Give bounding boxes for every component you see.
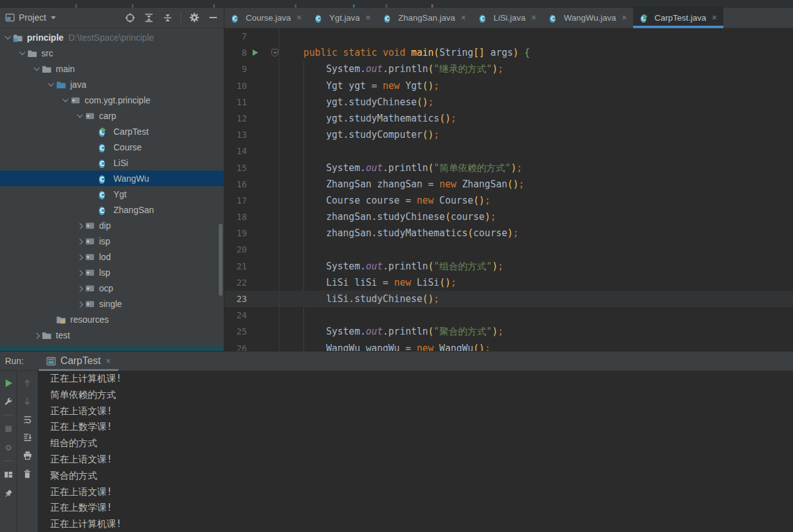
line-number[interactable]: 22 bbox=[224, 274, 247, 291]
line-number[interactable]: 10 bbox=[224, 78, 247, 94]
tree-item-lod[interactable]: lod bbox=[0, 249, 224, 264]
code-line-25[interactable]: 25 System.out.println("聚合的方式"); bbox=[224, 323, 793, 340]
settings-wrench-button[interactable] bbox=[3, 396, 14, 407]
run-console-output[interactable]: 正在上计算机课!简单依赖的方式正在上语文课!正在上数学课!组合的方式正在上语文课… bbox=[38, 371, 793, 532]
line-number[interactable]: 14 bbox=[224, 143, 247, 159]
tree-item-course[interactable]: CCourse bbox=[0, 139, 224, 155]
line-number[interactable]: 26 bbox=[224, 340, 247, 351]
gutter[interactable]: 21 bbox=[224, 258, 280, 274]
code-line-26[interactable]: 26 WangWu wangWu = new WangWu(); bbox=[224, 340, 793, 351]
code-line-19[interactable]: 19 zhangSan.studyMathematics(course); bbox=[224, 225, 793, 241]
gutter[interactable]: 18 bbox=[224, 209, 280, 225]
gutter[interactable]: 11 bbox=[224, 94, 280, 110]
tool-window-icon[interactable] bbox=[5, 13, 15, 23]
gutter[interactable]: 10 bbox=[224, 78, 280, 94]
chevron-right-icon[interactable] bbox=[75, 299, 85, 309]
tree-item-lisi[interactable]: CLiSi bbox=[0, 155, 224, 170]
expand-all-button[interactable] bbox=[143, 13, 154, 23]
line-number[interactable]: 7 bbox=[224, 28, 247, 44]
chevron-right-icon[interactable] bbox=[31, 330, 41, 340]
close-icon[interactable]: × bbox=[531, 13, 536, 23]
line-number[interactable]: 18 bbox=[224, 209, 247, 225]
locate-button[interactable] bbox=[124, 13, 135, 23]
tree-item-resources[interactable]: resources bbox=[0, 311, 224, 327]
line-number[interactable]: 24 bbox=[224, 307, 247, 323]
line-number[interactable]: 15 bbox=[224, 160, 247, 176]
close-icon[interactable]: × bbox=[622, 13, 627, 23]
gutter[interactable]: 23 bbox=[224, 291, 280, 307]
code-line-8[interactable]: 8 public static void main(String[] args)… bbox=[224, 44, 793, 61]
code-editor[interactable]: 78 public static void main(String[] args… bbox=[224, 28, 793, 351]
line-number[interactable]: 20 bbox=[224, 241, 247, 258]
code-line-10[interactable]: 10 Ygt ygt = new Ygt(); bbox=[224, 78, 793, 94]
run-tab-carptest[interactable]: CarpTest × bbox=[39, 352, 118, 370]
settings-gear-icon[interactable] bbox=[189, 13, 200, 23]
rerun-button[interactable] bbox=[3, 377, 14, 389]
gutter[interactable]: 24 bbox=[224, 307, 280, 323]
tree-item-java[interactable]: java bbox=[0, 76, 224, 92]
line-number[interactable]: 13 bbox=[224, 127, 247, 143]
editor-tab-zhangsan-java[interactable]: CZhangSan.java× bbox=[377, 8, 472, 28]
editor-tab-course-java[interactable]: CCourse.java× bbox=[224, 8, 308, 28]
chevron-right-icon[interactable] bbox=[75, 236, 85, 246]
close-icon[interactable]: × bbox=[461, 13, 466, 23]
code-line-16[interactable]: 16 ZhangSan zhangSan = new ZhangSan(); bbox=[224, 176, 793, 192]
fold-icon[interactable] bbox=[271, 49, 278, 56]
tree-item-main[interactable]: main bbox=[0, 61, 224, 76]
tree-horizontal-scrollbar[interactable] bbox=[0, 346, 224, 351]
stop-button[interactable] bbox=[3, 423, 14, 434]
code-line-22[interactable]: 22 LiSi liSi = new LiSi(); bbox=[224, 274, 793, 291]
chevron-down-icon[interactable] bbox=[51, 16, 56, 19]
line-number[interactable]: 17 bbox=[224, 192, 247, 209]
tree-item-com-ygt-principle[interactable]: com.ygt.principle bbox=[0, 92, 224, 108]
editor-tab-lisi-java[interactable]: CLiSi.java× bbox=[472, 8, 542, 28]
tree-item-isp[interactable]: isp bbox=[0, 233, 224, 249]
line-number[interactable]: 11 bbox=[224, 94, 247, 110]
collapse-all-button[interactable] bbox=[162, 13, 173, 23]
line-number[interactable]: 21 bbox=[224, 258, 247, 274]
close-icon[interactable]: × bbox=[106, 356, 111, 366]
gutter[interactable]: 17 bbox=[224, 192, 280, 209]
code-line-9[interactable]: 9 System.out.println("继承的方式"); bbox=[224, 61, 793, 77]
line-number[interactable]: 23 bbox=[224, 291, 247, 307]
chevron-down-icon[interactable] bbox=[17, 48, 27, 58]
tree-item-wangwu[interactable]: CWangWu bbox=[0, 170, 224, 186]
chevron-down-icon[interactable] bbox=[46, 80, 56, 90]
gutter[interactable]: 20 bbox=[224, 241, 280, 258]
code-line-23[interactable]: 23 liSi.studyChinese(); bbox=[224, 291, 793, 307]
close-icon[interactable]: × bbox=[365, 13, 370, 23]
tree-item-principle[interactable]: principleD:\testSpace\principle bbox=[0, 29, 224, 45]
line-number[interactable]: 9 bbox=[224, 61, 247, 77]
code-line-12[interactable]: 12 ygt.studyMathematics(); bbox=[224, 110, 793, 127]
run-main-arrow-icon[interactable] bbox=[253, 50, 258, 56]
down-arrow-button[interactable] bbox=[22, 395, 33, 407]
gutter[interactable]: 9 bbox=[224, 61, 280, 77]
tree-item-zhangsan[interactable]: CZhangSan bbox=[0, 202, 224, 217]
code-line-13[interactable]: 13 ygt.studyComputer(); bbox=[224, 127, 793, 143]
chevron-right-icon[interactable] bbox=[75, 268, 85, 278]
kill-process-button[interactable] bbox=[3, 442, 14, 453]
editor-tab-carptest-java[interactable]: CCarpTest.java× bbox=[633, 8, 723, 28]
gutter[interactable]: 25 bbox=[224, 323, 280, 340]
code-line-17[interactable]: 17 Course course = new Course(); bbox=[224, 192, 793, 209]
soft-wrap-button[interactable] bbox=[22, 414, 33, 425]
code-line-7[interactable]: 7 bbox=[224, 28, 793, 44]
code-line-24[interactable]: 24 bbox=[224, 307, 793, 323]
scroll-to-end-button[interactable] bbox=[22, 432, 33, 443]
restore-layout-button[interactable] bbox=[3, 469, 14, 480]
line-number[interactable]: 25 bbox=[224, 323, 247, 340]
code-line-14[interactable]: 14 bbox=[224, 143, 793, 159]
hide-panel-button[interactable] bbox=[207, 13, 219, 23]
clear-all-trash-button[interactable] bbox=[22, 468, 33, 479]
chevron-down-icon[interactable] bbox=[60, 95, 70, 105]
pin-button[interactable] bbox=[3, 488, 14, 499]
gutter[interactable]: 12 bbox=[224, 110, 280, 127]
gutter[interactable]: 16 bbox=[224, 176, 280, 192]
gutter[interactable]: 13 bbox=[224, 127, 280, 143]
gutter[interactable]: 22 bbox=[224, 274, 280, 291]
chevron-down-icon[interactable] bbox=[75, 111, 85, 121]
close-icon[interactable]: × bbox=[297, 13, 302, 23]
chevron-down-icon[interactable] bbox=[31, 64, 41, 74]
gutter[interactable]: 14 bbox=[224, 143, 280, 159]
chevron-right-icon[interactable] bbox=[75, 252, 85, 262]
